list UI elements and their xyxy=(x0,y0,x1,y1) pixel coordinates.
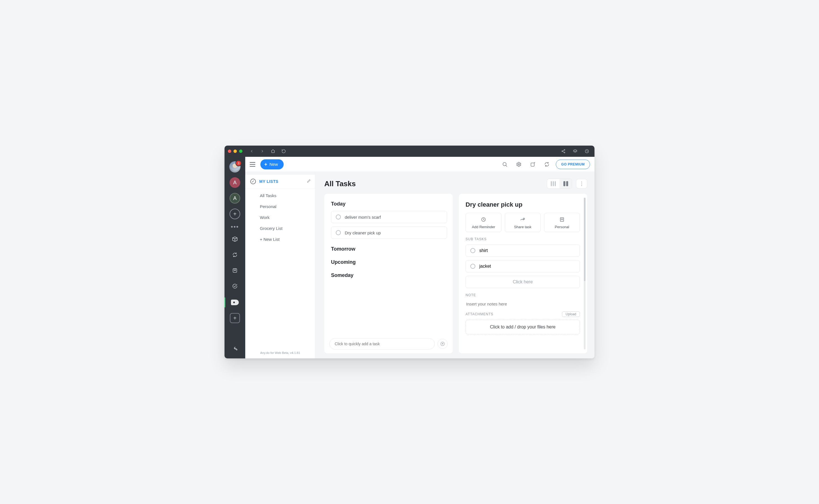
team-avatar-icon: A xyxy=(230,177,240,188)
subtask-label: jacket xyxy=(479,264,491,269)
refresh-button[interactable] xyxy=(542,159,552,169)
svg-rect-16 xyxy=(560,218,564,221)
note-input[interactable] xyxy=(466,300,580,310)
subtask-row[interactable]: jacket xyxy=(466,260,580,272)
settings-button[interactable] xyxy=(514,159,524,169)
app-body: ✓ MY LISTS All Tasks Personal Work Groce… xyxy=(245,172,594,358)
share-icon[interactable] xyxy=(561,149,566,154)
menu-button[interactable] xyxy=(249,161,257,168)
rail-team-2[interactable]: A xyxy=(225,190,245,206)
expand-button[interactable] xyxy=(528,159,538,169)
subtask-checkbox[interactable] xyxy=(470,264,475,269)
plus-square-icon: + xyxy=(230,313,240,323)
tile-label: Add Reminder xyxy=(467,225,499,229)
expand-icon xyxy=(530,162,536,167)
close-window-icon[interactable] xyxy=(228,150,231,153)
section-tomorrow: Tomorrow xyxy=(331,246,447,252)
section-today: Today xyxy=(331,201,447,207)
tile-list[interactable]: Personal xyxy=(544,213,580,232)
lists-sidebar: ✓ MY LISTS All Tasks Personal Work Groce… xyxy=(245,172,315,358)
browser-right-icons xyxy=(561,149,591,154)
rail-tasks[interactable] xyxy=(225,295,245,310)
window-controls[interactable] xyxy=(228,150,243,153)
maximize-window-icon[interactable] xyxy=(239,150,243,153)
rail-bookmark[interactable] xyxy=(225,263,245,279)
lists-heading-row[interactable]: ✓ MY LISTS xyxy=(245,175,315,188)
new-task-label: New xyxy=(270,162,278,167)
scrollbar[interactable] xyxy=(584,198,585,349)
svg-marker-5 xyxy=(573,150,577,151)
quick-add-submit[interactable] xyxy=(438,339,448,349)
subtask-label: shirt xyxy=(479,248,488,253)
search-icon xyxy=(502,162,508,167)
box-icon xyxy=(232,236,238,243)
view-wide-columns[interactable] xyxy=(559,179,572,188)
rail-more[interactable]: ••• xyxy=(225,222,245,232)
main-area: All Tasks ⋮ xyxy=(315,172,594,358)
bookmark-icon xyxy=(232,268,238,274)
gear-icon xyxy=(516,162,522,167)
task-checkbox[interactable] xyxy=(336,230,341,235)
scrollbar-thumb[interactable] xyxy=(584,198,585,281)
new-task-button[interactable]: + New xyxy=(261,159,284,169)
sidebar-item-work[interactable]: Work xyxy=(245,212,315,223)
task-detail-panel: Dry cleaner pick up Add Reminder Share t… xyxy=(459,194,587,353)
forward-icon[interactable] xyxy=(260,149,265,154)
note-heading: NOTE xyxy=(466,293,580,297)
detail-title: Dry cleaner pick up xyxy=(466,201,580,208)
svg-line-3 xyxy=(562,150,564,151)
attachments-dropzone[interactable]: Click to add / drop your files here xyxy=(466,320,580,334)
reload-icon[interactable] xyxy=(281,149,286,154)
quick-add-input[interactable] xyxy=(329,338,435,349)
layers-icon[interactable] xyxy=(572,149,578,154)
rail-done[interactable] xyxy=(225,279,245,295)
edit-icon[interactable] xyxy=(307,179,311,184)
back-icon[interactable] xyxy=(249,149,254,154)
task-checkbox[interactable] xyxy=(336,214,341,220)
sidebar-item-all-tasks[interactable]: All Tasks xyxy=(245,190,315,201)
arrow-up-icon xyxy=(440,342,445,346)
task-row[interactable]: deliver mom's scarf xyxy=(331,211,447,223)
subtask-checkbox[interactable] xyxy=(470,248,475,253)
add-subtask-button[interactable]: Click here xyxy=(466,276,580,288)
tile-share-task[interactable]: Share task xyxy=(505,213,541,232)
subtasks-heading: SUB TASKS xyxy=(466,237,580,241)
rail-add-workspace[interactable]: + xyxy=(225,206,245,222)
rail-settings[interactable] xyxy=(225,341,245,357)
search-button[interactable] xyxy=(500,159,510,169)
rail-sync[interactable] xyxy=(225,248,245,263)
check-circle-icon: ✓ xyxy=(250,179,256,184)
minimize-window-icon[interactable] xyxy=(234,150,237,153)
tile-label: Personal xyxy=(546,225,578,229)
rail-add-square[interactable]: + xyxy=(225,310,245,326)
tile-label: Share task xyxy=(507,225,539,229)
svg-line-4 xyxy=(562,151,564,152)
upload-button[interactable]: Upload xyxy=(562,311,580,317)
sidebar-item-grocery[interactable]: Grocery List xyxy=(245,223,315,234)
history-icon[interactable] xyxy=(584,149,589,154)
tile-add-reminder[interactable]: Add Reminder xyxy=(466,213,501,232)
go-premium-button[interactable]: GO PREMIUM xyxy=(556,160,590,169)
task-row[interactable]: Dry cleaner pick up xyxy=(331,227,447,239)
wrench-icon xyxy=(232,346,238,352)
rail-box[interactable] xyxy=(225,232,245,248)
sidebar-item-personal[interactable]: Personal xyxy=(245,201,315,212)
nav-controls xyxy=(249,149,286,154)
list-items: All Tasks Personal Work Grocery List + N… xyxy=(245,188,315,246)
columns: Today deliver mom's scarf Dry cleaner pi… xyxy=(324,194,587,353)
section-upcoming: Upcoming xyxy=(331,259,447,265)
sync-icon xyxy=(232,252,238,259)
section-someday: Someday xyxy=(331,272,447,278)
home-icon[interactable] xyxy=(271,149,276,154)
task-label: Dry cleaner pick up xyxy=(345,230,381,235)
lists-heading: MY LISTS xyxy=(259,179,303,184)
share-person-icon xyxy=(507,216,539,223)
view-narrow-columns[interactable] xyxy=(547,179,559,188)
plus-icon: + xyxy=(230,209,240,219)
subtask-row[interactable]: shirt xyxy=(466,244,580,257)
main-header: All Tasks ⋮ xyxy=(324,179,587,189)
more-options-button[interactable]: ⋮ xyxy=(576,179,587,188)
rail-team-1[interactable]: A xyxy=(225,175,245,190)
rail-user[interactable]: 3 xyxy=(225,159,245,175)
sidebar-item-new-list[interactable]: + New List xyxy=(245,234,315,245)
